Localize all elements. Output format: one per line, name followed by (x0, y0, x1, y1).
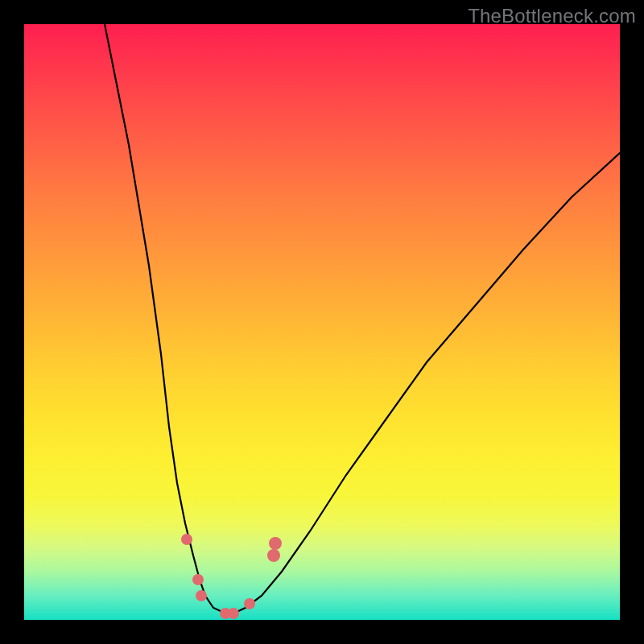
watermark-text: TheBottleneck.com (468, 5, 636, 27)
dot-left-upper (181, 534, 192, 545)
plot-area (24, 24, 620, 620)
bottleneck-curve (105, 24, 620, 613)
chart-frame: TheBottleneck.com (0, 0, 644, 644)
dot-right-upper-b (269, 537, 282, 550)
marker-dots (181, 534, 282, 619)
dot-right-a (244, 598, 255, 609)
dot-left-lower-b (196, 590, 207, 601)
dot-left-lower-a (192, 574, 204, 585)
dot-right-upper-a (267, 549, 280, 562)
dot-bottom-mid-b (228, 608, 239, 619)
chart-svg (24, 24, 620, 620)
